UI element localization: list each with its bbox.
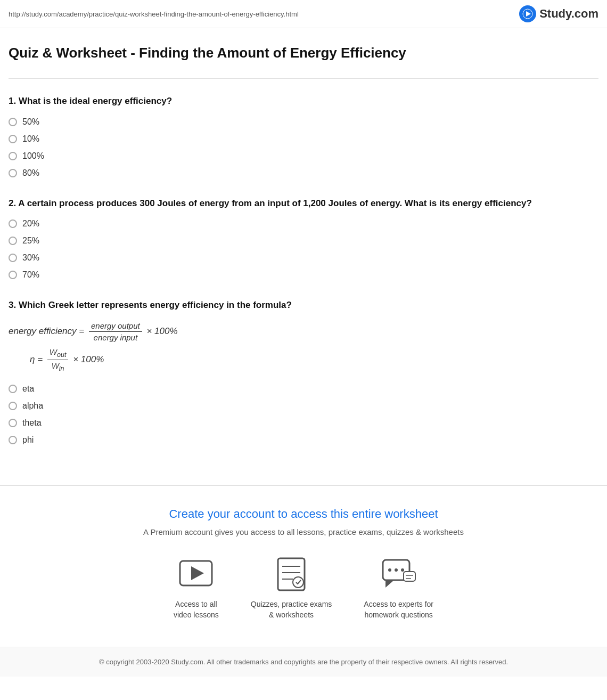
option-3-3[interactable]: theta: [9, 418, 598, 428]
option-2-1[interactable]: 20%: [9, 219, 598, 229]
option-label-3-3: theta: [22, 418, 42, 428]
option-2-3[interactable]: 30%: [9, 253, 598, 263]
formula-denominator: energy input: [92, 332, 140, 342]
option-3-4[interactable]: phi: [9, 435, 598, 445]
svg-rect-14: [404, 572, 415, 581]
footer: © copyright 2003-2020 Study.com. All oth…: [0, 647, 607, 677]
radio-1-2[interactable]: [9, 135, 17, 143]
question-3-text: 3. Which Greek letter represents energy …: [9, 299, 598, 312]
option-label-2-1: 20%: [22, 219, 39, 229]
quiz-icon: [273, 556, 310, 593]
option-label-2-2: 25%: [22, 236, 39, 246]
formula-numerator: energy output: [89, 321, 142, 332]
option-label-2-3: 30%: [22, 253, 39, 263]
option-label-1-1: 50%: [22, 117, 39, 127]
option-2-4[interactable]: 70%: [9, 270, 598, 280]
radio-3-2[interactable]: [9, 402, 17, 410]
radio-3-3[interactable]: [9, 419, 17, 427]
logo-icon: [519, 5, 536, 22]
radio-3-1[interactable]: [9, 385, 17, 393]
features-row: Access to allvideo lessons Quizzes, prac…: [9, 556, 598, 620]
option-label-3-1: eta: [22, 384, 34, 394]
formula-container: energy efficiency = energy output energy…: [9, 321, 598, 372]
radio-3-4[interactable]: [9, 436, 17, 444]
option-label-1-4: 80%: [22, 168, 39, 178]
question-2-text: 2. A certain process produces 300 Joules…: [9, 197, 598, 210]
question-2: 2. A certain process produces 300 Joules…: [9, 197, 598, 280]
radio-1-1[interactable]: [9, 118, 17, 126]
logo: Study.com: [519, 5, 598, 22]
radio-1-3[interactable]: [9, 152, 17, 160]
svg-marker-10: [385, 580, 394, 588]
chat-icon: [380, 556, 417, 593]
feature-quiz-label: Quizzes, practice exams& worksheets: [251, 599, 332, 620]
top-bar: http://study.com/academy/practice/quiz-w…: [0, 0, 607, 28]
svg-marker-3: [191, 566, 204, 580]
radio-2-2[interactable]: [9, 237, 17, 245]
cta-section: Create your account to access this entir…: [0, 486, 607, 647]
feature-quiz: Quizzes, practice exams& worksheets: [251, 556, 332, 620]
option-3-2[interactable]: alpha: [9, 401, 598, 411]
video-icon: [177, 556, 215, 593]
radio-2-4[interactable]: [9, 271, 17, 279]
question-1: 1. What is the ideal energy efficiency? …: [9, 95, 598, 178]
formula-wout: Wout: [47, 347, 69, 360]
option-1-3[interactable]: 100%: [9, 151, 598, 161]
svg-point-8: [293, 577, 304, 588]
formula-win: Win: [50, 360, 67, 372]
option-3-1[interactable]: eta: [9, 384, 598, 394]
option-label-1-3: 100%: [22, 151, 44, 161]
question-3: 3. Which Greek letter represents energy …: [9, 299, 598, 445]
formula-fraction-1: energy output energy input: [89, 321, 142, 342]
main-content: Quiz & Worksheet - Finding the Amount of…: [0, 28, 607, 486]
page-title: Quiz & Worksheet - Finding the Amount of…: [9, 44, 598, 62]
feature-video: Access to allvideo lessons: [174, 556, 219, 620]
svg-point-12: [395, 568, 398, 572]
formula-eta-line: η = Wout Win × 100%: [30, 347, 598, 372]
radio-2-1[interactable]: [9, 219, 17, 228]
option-1-2[interactable]: 10%: [9, 134, 598, 144]
svg-point-13: [401, 568, 404, 572]
option-label-3-4: phi: [22, 435, 34, 445]
option-label-2-4: 70%: [22, 270, 39, 280]
option-label-1-2: 10%: [22, 134, 39, 144]
option-2-2[interactable]: 25%: [9, 236, 598, 246]
radio-1-4[interactable]: [9, 169, 17, 177]
option-1-1[interactable]: 50%: [9, 117, 598, 127]
svg-point-11: [388, 568, 391, 572]
feature-experts-label: Access to experts forhomework questions: [364, 599, 433, 620]
feature-experts: Access to experts forhomework questions: [364, 556, 433, 620]
cta-title: Create your account to access this entir…: [9, 507, 598, 521]
formula-line-1: energy efficiency = energy output energy…: [9, 321, 598, 342]
url-bar: http://study.com/academy/practice/quiz-w…: [9, 10, 299, 18]
radio-2-3[interactable]: [9, 254, 17, 262]
option-1-4[interactable]: 80%: [9, 168, 598, 178]
footer-text: © copyright 2003-2020 Study.com. All oth…: [99, 658, 508, 666]
formula-fraction-2: Wout Win: [47, 347, 69, 372]
logo-text: Study.com: [539, 7, 598, 21]
question-1-text: 1. What is the ideal energy efficiency?: [9, 95, 598, 108]
cta-subtitle: A Premium account gives you access to al…: [9, 527, 598, 536]
option-label-3-2: alpha: [22, 401, 43, 411]
feature-video-label: Access to allvideo lessons: [174, 599, 219, 620]
